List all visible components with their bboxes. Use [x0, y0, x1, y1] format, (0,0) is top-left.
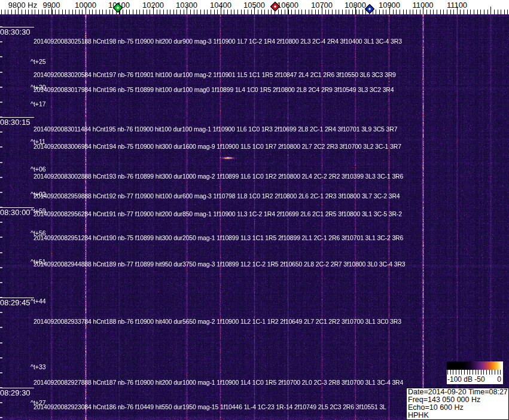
detection-log-line: 20140920083025188 hCnt198 nb-75 f10900 h… [33, 38, 402, 45]
detection-log-line: 20140920083020584 hCnt197 nb-76 f10901 h… [33, 71, 396, 78]
detection-log-line: 20140920082944888 hCnt189 nb-77 f10899 h… [33, 260, 406, 268]
time-offset-tag: ^t+25 [31, 58, 46, 65]
detection-log-line: 20140920082933784 hCnt188 nb-76 f10900 h… [33, 318, 401, 325]
time-offset-tag: ^t+51 [31, 258, 46, 265]
time-offset-tag: ^t+20 [31, 84, 46, 91]
freq-tick-label: 9900 [43, 1, 60, 10]
time-offset-tag: ^t+17 [31, 100, 46, 108]
detection-log-line: 20140920083002888 hCnt193 nb-76 f10899 h… [33, 173, 403, 180]
db-gradient-bar [447, 361, 503, 370]
freq-tick-label: 10000 [75, 1, 96, 10]
freq-tick-label: 9800 Hz [8, 1, 37, 10]
detection-log-line: 20140920083011484 hCnt195 nb-76 f10900 h… [33, 125, 397, 133]
freq-tick-label: 10700 [311, 1, 333, 10]
time-minor-ticks [0, 26, 2, 420]
time-offset-tag: ^t+59 [31, 207, 46, 214]
time-offset-tag: ^t+33 [31, 363, 46, 370]
db-scale-labels: -100 dB -50 0 [447, 375, 503, 384]
detection-log-line: 20140920083006984 hCnt194 nb-75 f10900 h… [33, 143, 401, 150]
detection-log-line: 20140920083017984 hCnt196 nb-75 f10899 h… [33, 86, 394, 93]
time-tick-label: 08:30:00 [0, 207, 34, 217]
freq-tick-label: 11100 [447, 1, 467, 10]
time-offset-tag: ^t+11 [31, 138, 45, 145]
time-tick-label: 08:30:30 [0, 27, 34, 36]
time-offset-tag: ^t+02 [31, 191, 46, 198]
red-diamond-marker-icon[interactable] [270, 2, 281, 12]
db-label-max: 0 [497, 375, 501, 384]
db-color-scale: -100 dB -50 0 [447, 361, 503, 384]
freq-tick-label: 11000 [412, 1, 433, 10]
time-tick-label: 08:29:30 [0, 388, 34, 397]
freq-tick-label: 10500 [243, 1, 265, 10]
blue-diamond-marker-icon[interactable] [365, 4, 375, 14]
db-label-mid: -50 [474, 375, 484, 384]
detection-log-line: 20140920082956284 hCnt191 nb-77 f10900 h… [33, 210, 402, 217]
detection-log-line: 20140920082951284 hCnt190 nb-75 f10899 h… [33, 234, 403, 241]
freq-tick-label: 10200 [142, 1, 164, 10]
frequency-ruler: 9800 Hz990010000101001020010300104001050… [0, 0, 509, 14]
freq-tick-label: 10900 [379, 1, 400, 10]
freq-tick-label: 10800 [345, 1, 366, 10]
green-diamond-marker-icon[interactable] [113, 3, 123, 13]
time-tick-label: 08:29:45 [0, 298, 34, 307]
time-tick-label: 08:30:15 [0, 117, 34, 127]
time-offset-tag: ^t+44 [31, 298, 46, 305]
detection-log-line: 20140920082959888 hCnt192 nb-77 f10900 h… [33, 192, 400, 200]
freq-tick-label: 10300 [176, 1, 197, 10]
db-scale-ticks [447, 370, 503, 375]
time-offset-tag: ^t+27 [31, 399, 46, 406]
time-offset-tag: ^t+06 [31, 165, 46, 173]
info-box: Date=2014-09-20 Time=08:27 UTC Freq=143 … [406, 388, 509, 420]
db-label-min: -100 dB [447, 375, 473, 384]
freq-tick-label: 10400 [210, 1, 231, 10]
detection-log-line: 20140920082927888 hCnt187 nb-76 f10900 h… [33, 379, 403, 386]
spectrogram-screen: 9800 Hz990010000101001020010300104001050… [0, 0, 509, 420]
info-station-line: HPHK [408, 412, 508, 419]
detection-log-line: 20140920082923084 hCnt186 nb-76 f10449 h… [33, 403, 386, 410]
time-offset-tag: ^t+56 [31, 229, 46, 237]
